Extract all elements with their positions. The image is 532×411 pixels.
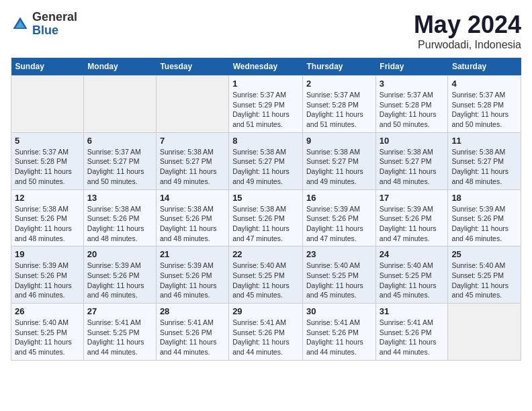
calendar-cell: 14Sunrise: 5:38 AM Sunset: 5:26 PM Dayli…: [156, 189, 228, 246]
day-number: 12: [15, 193, 80, 203]
calendar-cell: 26Sunrise: 5:40 AM Sunset: 5:25 PM Dayli…: [11, 304, 84, 361]
calendar-cell: 2Sunrise: 5:37 AM Sunset: 5:28 PM Daylig…: [303, 76, 376, 133]
calendar-cell: 10Sunrise: 5:38 AM Sunset: 5:27 PM Dayli…: [375, 132, 448, 189]
day-number: 9: [306, 136, 372, 146]
day-number: 27: [87, 306, 152, 316]
day-info: Sunrise: 5:39 AM Sunset: 5:26 PM Dayligh…: [451, 204, 517, 244]
day-info: Sunrise: 5:39 AM Sunset: 5:26 PM Dayligh…: [306, 204, 372, 244]
calendar-cell: 9Sunrise: 5:38 AM Sunset: 5:27 PM Daylig…: [303, 132, 376, 189]
header-cell-tuesday: Tuesday: [156, 58, 228, 76]
day-info: Sunrise: 5:38 AM Sunset: 5:26 PM Dayligh…: [87, 204, 152, 244]
calendar-week-3: 12Sunrise: 5:38 AM Sunset: 5:26 PM Dayli…: [11, 189, 521, 246]
calendar-week-5: 26Sunrise: 5:40 AM Sunset: 5:25 PM Dayli…: [11, 304, 521, 361]
calendar-cell: 19Sunrise: 5:39 AM Sunset: 5:26 PM Dayli…: [11, 246, 84, 304]
calendar-cell: 18Sunrise: 5:39 AM Sunset: 5:26 PM Dayli…: [448, 189, 521, 246]
calendar-cell: 27Sunrise: 5:41 AM Sunset: 5:25 PM Dayli…: [83, 304, 156, 361]
day-number: 5: [15, 136, 80, 146]
day-info: Sunrise: 5:38 AM Sunset: 5:27 PM Dayligh…: [380, 147, 445, 187]
header-cell-monday: Monday: [83, 58, 156, 76]
day-number: 8: [232, 136, 299, 146]
day-info: Sunrise: 5:38 AM Sunset: 5:26 PM Dayligh…: [232, 204, 299, 244]
calendar-week-2: 5Sunrise: 5:37 AM Sunset: 5:28 PM Daylig…: [11, 132, 521, 189]
day-info: Sunrise: 5:39 AM Sunset: 5:26 PM Dayligh…: [87, 261, 152, 300]
calendar-cell: [11, 76, 84, 133]
day-number: 29: [232, 306, 299, 316]
calendar-cell: 17Sunrise: 5:39 AM Sunset: 5:26 PM Dayli…: [375, 189, 448, 246]
day-number: 26: [15, 306, 80, 316]
day-number: 16: [306, 193, 372, 203]
day-number: 31: [380, 306, 445, 316]
day-info: Sunrise: 5:37 AM Sunset: 5:28 PM Dayligh…: [306, 90, 372, 130]
day-number: 24: [380, 249, 445, 259]
day-info: Sunrise: 5:37 AM Sunset: 5:28 PM Dayligh…: [15, 147, 80, 187]
calendar-cell: 16Sunrise: 5:39 AM Sunset: 5:26 PM Dayli…: [303, 189, 376, 246]
day-info: Sunrise: 5:38 AM Sunset: 5:26 PM Dayligh…: [160, 204, 225, 244]
day-number: 25: [451, 249, 517, 259]
day-info: Sunrise: 5:40 AM Sunset: 5:25 PM Dayligh…: [232, 261, 299, 300]
logo: General Blue: [11, 11, 77, 38]
calendar-week-4: 19Sunrise: 5:39 AM Sunset: 5:26 PM Dayli…: [11, 246, 521, 304]
day-number: 22: [232, 249, 299, 259]
calendar-cell: 13Sunrise: 5:38 AM Sunset: 5:26 PM Dayli…: [83, 189, 156, 246]
day-info: Sunrise: 5:39 AM Sunset: 5:26 PM Dayligh…: [160, 261, 225, 300]
day-number: 4: [451, 79, 517, 89]
header-row: SundayMondayTuesdayWednesdayThursdayFrid…: [11, 58, 521, 76]
header-cell-sunday: Sunday: [11, 58, 84, 76]
logo-icon: [11, 15, 30, 34]
day-info: Sunrise: 5:38 AM Sunset: 5:27 PM Dayligh…: [306, 147, 372, 187]
calendar-cell: 12Sunrise: 5:38 AM Sunset: 5:26 PM Dayli…: [11, 189, 84, 246]
header: General Blue May 2024 Purwodadi, Indones…: [11, 11, 521, 51]
calendar-cell: 30Sunrise: 5:41 AM Sunset: 5:26 PM Dayli…: [303, 304, 376, 361]
calendar-table: SundayMondayTuesdayWednesdayThursdayFrid…: [11, 58, 521, 361]
calendar-cell: 23Sunrise: 5:40 AM Sunset: 5:25 PM Dayli…: [303, 246, 376, 304]
day-info: Sunrise: 5:41 AM Sunset: 5:25 PM Dayligh…: [87, 318, 152, 357]
day-number: 3: [380, 79, 445, 89]
calendar-header: SundayMondayTuesdayWednesdayThursdayFrid…: [11, 58, 521, 76]
day-number: 20: [87, 249, 152, 259]
day-number: 28: [160, 306, 225, 316]
day-info: Sunrise: 5:41 AM Sunset: 5:26 PM Dayligh…: [160, 318, 225, 357]
calendar-cell: 20Sunrise: 5:39 AM Sunset: 5:26 PM Dayli…: [83, 246, 156, 304]
day-info: Sunrise: 5:38 AM Sunset: 5:27 PM Dayligh…: [451, 147, 517, 187]
day-number: 15: [232, 193, 299, 203]
day-number: 2: [306, 79, 372, 89]
calendar-cell: 7Sunrise: 5:38 AM Sunset: 5:27 PM Daylig…: [156, 132, 228, 189]
day-number: 1: [232, 79, 299, 89]
day-number: 19: [15, 249, 80, 259]
calendar-cell: 24Sunrise: 5:40 AM Sunset: 5:25 PM Dayli…: [375, 246, 448, 304]
day-number: 6: [87, 136, 152, 146]
day-number: 10: [380, 136, 445, 146]
day-info: Sunrise: 5:37 AM Sunset: 5:27 PM Dayligh…: [87, 147, 152, 187]
day-number: 13: [87, 193, 152, 203]
logo-blue: Blue: [32, 24, 77, 38]
calendar-cell: 21Sunrise: 5:39 AM Sunset: 5:26 PM Dayli…: [156, 246, 228, 304]
calendar-cell: 25Sunrise: 5:40 AM Sunset: 5:25 PM Dayli…: [448, 246, 521, 304]
day-info: Sunrise: 5:41 AM Sunset: 5:26 PM Dayligh…: [306, 318, 372, 357]
day-number: 11: [451, 136, 517, 146]
day-info: Sunrise: 5:39 AM Sunset: 5:26 PM Dayligh…: [380, 204, 445, 244]
day-number: 21: [160, 249, 225, 259]
calendar-week-1: 1Sunrise: 5:37 AM Sunset: 5:29 PM Daylig…: [11, 76, 521, 133]
day-info: Sunrise: 5:38 AM Sunset: 5:27 PM Dayligh…: [160, 147, 225, 187]
calendar-cell: [156, 76, 228, 133]
page-subtitle: Purwodadi, Indonesia: [414, 39, 521, 51]
day-info: Sunrise: 5:37 AM Sunset: 5:29 PM Dayligh…: [232, 90, 299, 130]
calendar-cell: 3Sunrise: 5:37 AM Sunset: 5:28 PM Daylig…: [375, 76, 448, 133]
calendar-cell: 29Sunrise: 5:41 AM Sunset: 5:26 PM Dayli…: [229, 304, 303, 361]
logo-text: General Blue: [32, 11, 77, 38]
day-number: 17: [380, 193, 445, 203]
day-info: Sunrise: 5:40 AM Sunset: 5:25 PM Dayligh…: [380, 261, 445, 300]
day-number: 7: [160, 136, 225, 146]
day-info: Sunrise: 5:40 AM Sunset: 5:25 PM Dayligh…: [15, 318, 80, 357]
day-info: Sunrise: 5:40 AM Sunset: 5:25 PM Dayligh…: [306, 261, 372, 300]
page-title: May 2024: [414, 11, 521, 39]
day-info: Sunrise: 5:39 AM Sunset: 5:26 PM Dayligh…: [15, 261, 80, 300]
calendar-cell: 11Sunrise: 5:38 AM Sunset: 5:27 PM Dayli…: [448, 132, 521, 189]
day-number: 18: [451, 193, 517, 203]
calendar-cell: 28Sunrise: 5:41 AM Sunset: 5:26 PM Dayli…: [156, 304, 228, 361]
day-info: Sunrise: 5:41 AM Sunset: 5:26 PM Dayligh…: [232, 318, 299, 357]
day-info: Sunrise: 5:38 AM Sunset: 5:27 PM Dayligh…: [232, 147, 299, 187]
day-info: Sunrise: 5:40 AM Sunset: 5:25 PM Dayligh…: [451, 261, 517, 300]
calendar-cell: 8Sunrise: 5:38 AM Sunset: 5:27 PM Daylig…: [229, 132, 303, 189]
title-section: May 2024 Purwodadi, Indonesia: [414, 11, 521, 51]
